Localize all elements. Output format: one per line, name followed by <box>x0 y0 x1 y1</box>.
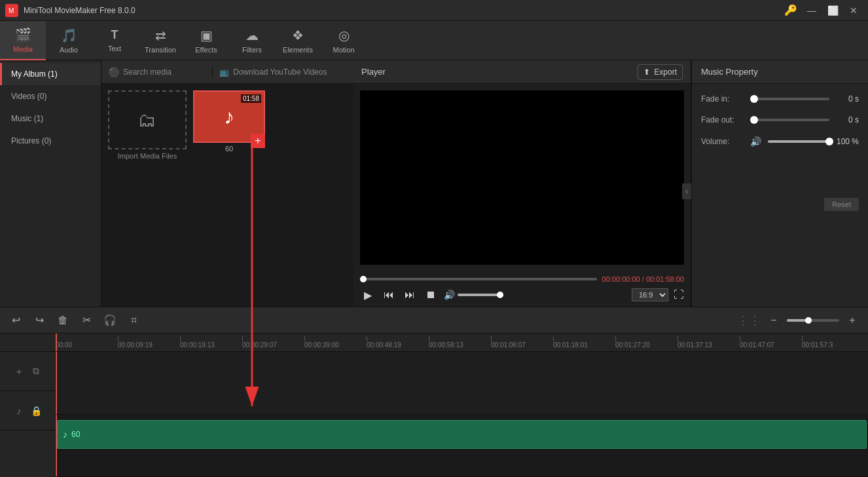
restore-button[interactable]: ⬜ <box>823 3 842 18</box>
video-track-controls: + ⧉ <box>0 352 55 391</box>
volume-prop-slider[interactable] <box>768 140 829 143</box>
fade-in-thumb <box>750 95 758 103</box>
reset-container: Reset <box>701 191 859 211</box>
stop-button[interactable]: ⏹ <box>423 287 439 303</box>
left-section: My Album (1) Videos (0) Music (1) Pictur… <box>0 60 353 307</box>
time-display: 00:00:00:00 / 00:01:58:00 <box>602 275 684 283</box>
volume-icon-sm: 🔊 <box>750 136 761 147</box>
nav-videos[interactable]: Videos (0) <box>0 85 101 107</box>
download-section[interactable]: 📺 Download YouTube Videos <box>213 67 333 77</box>
ratio-select[interactable]: 16:9 9:16 1:1 <box>632 288 668 301</box>
music-clip[interactable]: ♪ 60 <box>57 420 867 449</box>
audio-note-icon: ♪ <box>12 404 26 418</box>
next-frame-button[interactable]: ⏭ <box>402 287 418 303</box>
fade-out-row: Fade out: 0 s <box>701 115 859 124</box>
zoom-slider[interactable] <box>787 319 839 322</box>
close-button[interactable]: ✕ <box>844 3 863 18</box>
zoom-in-button[interactable]: + <box>843 311 861 330</box>
toolbar-elements[interactable]: ❖ Elements <box>275 21 321 60</box>
progress-track[interactable] <box>360 278 597 280</box>
reset-button[interactable]: Reset <box>824 198 859 211</box>
media-add-button[interactable]: + <box>251 134 265 148</box>
nav-my-album[interactable]: My Album (1) <box>0 63 101 85</box>
fade-out-slider[interactable] <box>750 119 829 121</box>
motion-icon: ◎ <box>338 28 350 43</box>
left-nav: My Album (1) Videos (0) Music (1) Pictur… <box>0 60 101 307</box>
search-label: Search media <box>123 67 172 77</box>
fade-in-slider[interactable] <box>750 98 829 100</box>
media-content: 🗂 Import Media Files ♪ 01:58 + 60 <box>101 84 353 307</box>
delete-button[interactable]: 🗑 <box>54 311 72 330</box>
volume-value: 100 % <box>836 137 859 146</box>
control-row: ▶ ⏮ ⏭ ⏹ 🔊 16:9 9:16 1:1 ⛶ <box>360 287 684 303</box>
player-video <box>360 90 684 265</box>
main-area: My Album (1) Videos (0) Music (1) Pictur… <box>0 60 868 307</box>
media-label: Media <box>13 45 33 53</box>
zoom-out-button[interactable]: − <box>765 311 783 330</box>
ruler-marks-container: 00:00 00:00:09:19 00:00:19:13 00:00:29:0… <box>56 334 868 351</box>
ruler-mark-7: 00:01:08:07 <box>491 336 526 349</box>
music-clip-label: 60 <box>71 430 80 439</box>
right-panel-collapse[interactable]: ‹ <box>682 183 691 199</box>
fade-in-label: Fade in: <box>701 94 744 104</box>
ruler-mark-9: 00:01:27:20 <box>615 336 650 349</box>
text-label: Text <box>108 45 121 52</box>
volume-row: Volume: 🔊 100 % <box>701 136 859 147</box>
download-label: Download YouTube Videos <box>233 67 327 77</box>
fade-out-value: 0 s <box>836 115 859 124</box>
progress-bar-container[interactable]: 00:00:00:00 / 00:01:58:00 <box>360 275 684 283</box>
toolbar-filters[interactable]: ☁ Filters <box>229 21 275 60</box>
right-panel-header: Music Property <box>692 60 868 84</box>
export-label: Export <box>654 67 677 77</box>
toolbar-transition[interactable]: ⇄ Transition <box>137 21 183 60</box>
ruler-mark-2: 00:00:19:13 <box>180 336 215 349</box>
play-button[interactable]: ▶ <box>360 287 376 303</box>
import-media-box[interactable]: 🗂 <box>108 90 187 149</box>
toolbar-audio[interactable]: 🎵 Audio <box>46 21 92 60</box>
ruler-mark-11: 00:01:47:07 <box>740 336 774 349</box>
volume-thumb <box>497 292 503 298</box>
audio-lock-button[interactable]: 🔒 <box>29 404 43 418</box>
toolbar-motion[interactable]: ◎ Motion <box>321 21 367 60</box>
effects-label: Effects <box>195 46 217 54</box>
import-media-container: 🗂 Import Media Files <box>108 90 187 160</box>
redo-button[interactable]: ↪ <box>30 311 48 330</box>
player-title: Player <box>361 67 386 77</box>
fade-in-row: Fade in: 0 s <box>701 94 859 104</box>
fullscreen-button[interactable]: ⛶ <box>674 289 684 301</box>
add-track-button[interactable]: + <box>12 364 26 379</box>
export-icon: ⬆ <box>643 67 650 77</box>
media-item-music[interactable]: ♪ 01:58 + 60 <box>193 90 265 160</box>
search-section: ⚫ Search media <box>101 67 213 77</box>
titlebar: M MiniTool MovieMaker Free 8.0.0 🔑 — ⬜ ✕ <box>0 0 868 21</box>
ruler-mark-5: 00:00:48:19 <box>367 336 401 349</box>
cut-button[interactable]: ✂ <box>77 311 96 330</box>
motion-label: Motion <box>333 46 354 54</box>
prev-frame-button[interactable]: ⏮ <box>381 287 397 303</box>
audio-track-controls: ♪ 🔒 <box>0 391 55 430</box>
player-controls: 00:00:00:00 / 00:01:58:00 ▶ ⏮ ⏭ ⏹ 🔊 <box>353 271 691 307</box>
export-button[interactable]: ⬆ Export <box>638 64 683 80</box>
download-icon: 📺 <box>219 67 229 77</box>
transition-label: Transition <box>145 46 176 54</box>
headphone-button[interactable]: 🎧 <box>101 311 119 330</box>
toolbar-text[interactable]: T Text <box>92 21 137 60</box>
toolbar-media[interactable]: 🎬 Media <box>0 21 46 60</box>
nav-music[interactable]: Music (1) <box>0 107 101 130</box>
window-controls: — ⬜ ✕ <box>803 3 863 18</box>
ruler-mark-10: 00:01:37:13 <box>678 336 712 349</box>
timeline-tracks: + ⧉ ♪ 🔒 ♪ 60 <box>0 352 868 477</box>
minimize-button[interactable]: — <box>803 3 821 18</box>
timeline-area: ↩ ↪ 🗑 ✂ 🎧 ⌗ ⋮⋮ − + 00:00 00:00:09:19 <box>0 307 868 477</box>
ruler-mark-1: 00:00:09:19 <box>118 336 153 349</box>
undo-button[interactable]: ↩ <box>7 311 25 330</box>
nav-pictures[interactable]: Pictures (0) <box>0 130 101 152</box>
music-note-icon: ♪ <box>224 105 234 129</box>
copy-track-button[interactable]: ⧉ <box>29 364 43 379</box>
crop-button[interactable]: ⌗ <box>124 311 143 330</box>
right-panel: Music Property Fade in: 0 s Fade out: 0 … <box>691 60 868 307</box>
volume-track[interactable] <box>458 294 503 296</box>
ruler-mark-8: 00:01:18:01 <box>553 336 588 349</box>
playhead-line <box>56 334 57 351</box>
toolbar-effects[interactable]: ▣ Effects <box>183 21 229 60</box>
